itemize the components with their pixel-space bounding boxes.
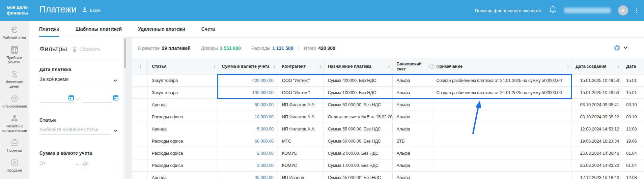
cell-created: 25.03.2024 14:36:46 [571, 147, 622, 159]
cell-amount-link[interactable]: 2 000.00 [218, 147, 278, 159]
avatar[interactable]: B [618, 5, 628, 16]
briefcase-icon [10, 138, 19, 147]
sidebar-item-sales[interactable]: $ Продажи [0, 158, 29, 173]
calendar-icon[interactable] [113, 95, 118, 102]
more-menu-icon[interactable] [636, 6, 638, 15]
logo-line1: моё дело [7, 4, 28, 10]
notifications-bell-icon[interactable] [549, 5, 557, 16]
calendar-icon[interactable] [68, 95, 74, 102]
cell-created: 15.01.2025 10:49:53 [571, 87, 622, 98]
col-header-purpose[interactable]: Назначение платежа▲▼ [324, 58, 393, 74]
chevron-down-icon [113, 78, 117, 83]
col-label: Дата создания [576, 64, 606, 69]
divider [32, 61, 119, 61]
table-settings-button[interactable] [614, 44, 628, 51]
amount-to-input[interactable] [83, 160, 118, 168]
date-to-input[interactable] [83, 95, 112, 103]
col-header-article[interactable]: Статья▲▼ [148, 58, 218, 74]
tab-accounts[interactable]: Счета [201, 21, 215, 37]
table-row[interactable]: Закуп товара 400 000.00 ООО "Интекс" Сум… [132, 74, 644, 87]
range-dash: – [76, 161, 79, 167]
ruble-flow-icon: ₽ [10, 69, 19, 79]
sidebar-item-projects[interactable]: Проекты [0, 138, 29, 153]
cell-bank: Альфа [393, 123, 432, 135]
col-header-contractor[interactable]: Контрагент▲▼ [278, 58, 324, 74]
tab-payments[interactable]: Платежи [39, 21, 59, 37]
cell-amount-link[interactable]: 400 000.00 [218, 74, 278, 86]
registry-count: 29 платежей [162, 46, 191, 51]
person-icon [10, 114, 19, 123]
cell-date: 15.01 [622, 87, 644, 98]
cell-amount-link[interactable]: 60 000.00 [218, 135, 278, 147]
col-label: Статья [152, 64, 167, 69]
tab-payment-templates[interactable]: Шаблоны платежей [76, 21, 122, 37]
income-label: Доходы [201, 46, 218, 51]
table-row[interactable]: Аренда 45 000.00 ИП Иванов Сумма 45 000.… [132, 172, 644, 179]
col-header-bank-account[interactable]: Банковский счет▲▼i [393, 58, 432, 74]
filter-scrollbar [123, 37, 126, 179]
sidebar-item-label: Расчеты с контрагентами [1, 124, 28, 133]
cell-contractor: КОМУС [278, 159, 324, 171]
cell-purpose: Сумма 100000. Без НДС [324, 87, 393, 98]
row-select-cell [132, 123, 148, 135]
table-row[interactable]: Расходы офиса 10 000.00 ИП Филатов А.А. … [132, 111, 644, 123]
cell-amount-link[interactable]: 1 000.00 [218, 159, 278, 171]
sort-icon: ▲▼ [387, 65, 390, 68]
scrollbar-thumb[interactable] [124, 38, 126, 68]
sidebar-item-planning[interactable]: Планирование [0, 94, 29, 109]
expert-help-link[interactable]: Помощь финансового эксперта [475, 8, 541, 13]
sidebar-item-profit-loss[interactable]: Прибыли убытки [0, 45, 29, 64]
app-logo[interactable]: моё дело финансы [7, 4, 28, 16]
export-excel-button[interactable]: Excel [82, 7, 101, 13]
cell-purpose: Сумма 60 000.00. Без НДС [324, 135, 393, 147]
cell-amount-link[interactable]: 100 000.00 [218, 87, 278, 98]
table-row[interactable]: Закуп товара 100 000.00 ООО "Интекс" Сум… [132, 87, 644, 99]
col-header-select[interactable]: ▲▼ [132, 58, 148, 74]
table-row[interactable]: Расходы офиса 1 000.00 КОМУС Сумма 1 000… [132, 159, 644, 172]
col-header-amount[interactable]: Сумма в валюте учета▲▼ [218, 58, 278, 74]
sidebar-item-dashboard[interactable]: Є Рабочий стол [0, 25, 29, 40]
tab-label: Платежи [39, 26, 59, 32]
col-header-note[interactable]: Примечание▲▼ [432, 58, 571, 74]
tab-deleted-payments[interactable]: Удаленные платежи [138, 21, 185, 37]
table-row[interactable]: Расходы офиса 2 000.00 КОМУС Сумма 2 000… [132, 147, 644, 159]
table-row[interactable]: Аренда 50 000.00 ИП Филатов А.А. Сумма 5… [132, 99, 644, 111]
sort-icon: ▲▼ [272, 65, 276, 68]
sidebar-item-contractors[interactable]: Расчеты с контрагентами [0, 114, 29, 133]
col-header-date[interactable]: Дата [622, 58, 644, 74]
account-name-blurred[interactable] [564, 8, 611, 13]
cell-bank: Альфа [393, 147, 432, 159]
sort-icon: ▲▼ [318, 65, 321, 68]
row-select-cell [132, 99, 148, 111]
chevron-down-icon[interactable] [114, 127, 123, 133]
cell-article: Расходы офиса [148, 111, 218, 123]
article-filter-input[interactable] [39, 127, 110, 135]
cell-amount-link[interactable]: 5 000.00 [218, 123, 278, 135]
table-row[interactable]: Расходы офиса 60 000.00 МТС Сумма 60 000… [132, 135, 644, 147]
cell-article: Расходы офиса [148, 159, 218, 171]
gear-icon [614, 44, 621, 51]
target-icon [10, 94, 19, 103]
sort-icon: ▲▼ [565, 65, 569, 68]
cell-amount-link[interactable]: 10 000.00 [218, 111, 278, 123]
col-label: Примечание [436, 64, 463, 69]
cell-created: 03.10.2024 09:38:22 [571, 111, 622, 123]
cell-bank: Альфа [393, 159, 432, 171]
reset-filters-button[interactable]: Сбросить [72, 46, 101, 52]
col-label: Назначение платежа [328, 64, 371, 69]
filters-title: Фильтры [39, 45, 67, 53]
amount-filter-label: Сумма в валюте учета [39, 150, 92, 156]
cell-note [432, 135, 571, 147]
amount-from-input[interactable] [39, 160, 74, 168]
sidebar-item-cash-flow[interactable]: ₽ Движение денег [0, 69, 29, 89]
cell-amount-link[interactable]: 45 000.00 [218, 172, 278, 179]
payment-date-range-select[interactable]: За всё время [39, 77, 118, 85]
col-header-created[interactable]: Дата создания▲▼ [571, 58, 622, 74]
table-row[interactable]: Аренда 5 000.00 ИП Филатов А.А. Сумма 55… [132, 123, 644, 135]
divider [298, 46, 299, 51]
divider [246, 46, 246, 51]
sidebar-item-documents[interactable] [0, 178, 29, 179]
cell-amount-link[interactable]: 50 000.00 [218, 99, 278, 111]
cell-note [432, 111, 571, 123]
cell-purpose: Сумма 1 000.00. Без НДС [324, 159, 393, 171]
